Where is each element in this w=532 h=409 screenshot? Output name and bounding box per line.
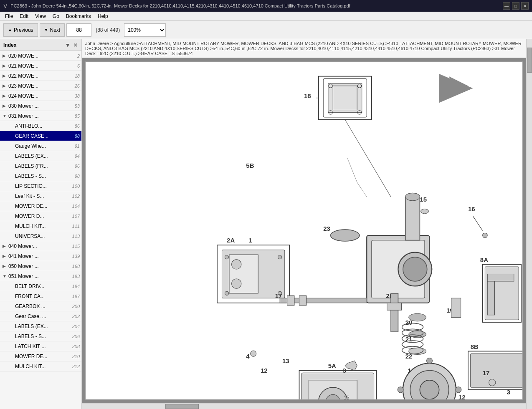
svg-point-45	[278, 255, 282, 259]
maximize-button[interactable]: □	[512, 2, 519, 10]
menu-bookmarks[interactable]: Bookmarks	[63, 13, 94, 20]
page-number-input[interactable]	[66, 23, 91, 37]
sidebar-item-label: 023 MOWE...	[8, 83, 73, 89]
sidebar-item-label: LABELS (EX...	[15, 323, 71, 329]
sidebar-item-031-labelsfr[interactable]: LABELS (FR...96	[0, 161, 81, 171]
sidebar-item-page: 18	[75, 73, 80, 78]
sidebar-close-icon[interactable]: ✕	[73, 42, 78, 48]
sidebar-item-label: MOWER D...	[15, 213, 71, 219]
svg-point-87	[398, 387, 403, 393]
sidebar-item-051-mulch[interactable]: MULCH KIT...212	[0, 361, 81, 371]
previous-arrow-icon: ▲	[8, 28, 12, 32]
sidebar-item-label: 022 MOWE...	[8, 73, 73, 79]
sidebar-item-051-mowerde[interactable]: MOWER DE...210	[0, 351, 81, 361]
horizontal-scrollbar[interactable]	[82, 403, 526, 409]
sidebar-item-page: 168	[72, 264, 80, 269]
sidebar-item-page: 86	[75, 124, 80, 129]
svg-point-92	[489, 379, 496, 386]
sidebar-item-040[interactable]: ▶040 Mower...115	[0, 241, 81, 251]
scroll-thumb[interactable]	[527, 48, 532, 73]
sidebar-item-page: 210	[72, 354, 80, 359]
sidebar-item-051[interactable]: ▼051 Mower ...193	[0, 271, 81, 281]
sidebar-item-label: LABELS (EX...	[15, 153, 73, 159]
sidebar-item-031-lip[interactable]: LIP SECTIO...100	[0, 181, 81, 191]
svg-text:15: 15	[420, 196, 427, 203]
sidebar-item-page: 26	[75, 83, 80, 88]
sidebar-item-031-gear[interactable]: GEAR CASE...88	[0, 131, 81, 141]
menu-view[interactable]: View	[32, 13, 49, 20]
menubar: File Edit View Go Bookmarks Help	[0, 12, 532, 21]
sidebar-item-031-mowerd[interactable]: MOWER D...107	[0, 211, 81, 221]
close-button[interactable]: ✕	[521, 2, 529, 10]
sidebar-item-041[interactable]: ▶041 Mower ...139	[0, 251, 81, 261]
app-icon: V	[3, 3, 7, 9]
sidebar-item-page: 98	[75, 174, 80, 179]
sidebar-title: Index	[3, 42, 16, 48]
sidebar-item-030[interactable]: ▶030 Mower ...53	[0, 101, 81, 111]
sidebar-item-031-labelsex[interactable]: LABELS (EX...94	[0, 151, 81, 161]
svg-point-15	[421, 209, 428, 214]
sidebar-item-page: 91	[75, 144, 80, 149]
sidebar-item-024[interactable]: ▶024 MOWE...38	[0, 91, 81, 101]
sidebar-item-031[interactable]: ▼031 Mower ...85	[0, 111, 81, 121]
minimize-button[interactable]: —	[503, 2, 510, 10]
next-label: Next	[50, 27, 61, 33]
sidebar-item-031-mulch[interactable]: MULCH KIT...111	[0, 221, 81, 231]
svg-rect-29	[391, 293, 398, 332]
sidebar-item-051-latch[interactable]: LATCH KIT ...208	[0, 341, 81, 351]
sidebar-menu-icon[interactable]: ▼	[65, 42, 71, 48]
page-view: 18 5B 15 23	[85, 61, 523, 400]
sidebar-item-031-universal[interactable]: UNIVERSA...113	[0, 231, 81, 241]
sidebar-item-051-front[interactable]: FRONT CA...197	[0, 291, 81, 301]
content-wrapper: John Deere > Agriculture >ATTACHMENT, MI…	[82, 39, 532, 409]
sidebar-header-icons: ▼ ✕	[65, 42, 78, 48]
vertical-scrollbar[interactable]	[526, 39, 532, 409]
expand-icon: ▶	[3, 244, 8, 248]
sidebar-item-051-labelsex[interactable]: LABELS (EX...204	[0, 321, 81, 331]
previous-label: Previous	[14, 27, 33, 33]
sidebar-item-label: MULCH KIT...	[15, 223, 71, 229]
sidebar-item-023[interactable]: ▶023 MOWE...26	[0, 81, 81, 91]
sidebar-item-page: 6	[77, 63, 80, 68]
svg-rect-68	[471, 353, 522, 387]
next-arrow-icon: ▼	[44, 28, 48, 32]
sidebar-item-031-leaf[interactable]: Leaf Kit - S...102	[0, 191, 81, 201]
sidebar-item-031-labelss[interactable]: LABELS - S...98	[0, 171, 81, 181]
menu-edit[interactable]: Edit	[16, 13, 32, 20]
sidebar-item-051-gearcase[interactable]: Gear Case, ...202	[0, 311, 81, 321]
expand-icon: ▶	[3, 53, 8, 58]
sidebar-item-051-gearbox[interactable]: GEARBOX ...200	[0, 301, 81, 311]
sidebar-item-label: 051 Mower ...	[8, 273, 71, 279]
svg-text:17: 17	[483, 369, 490, 376]
svg-point-46	[225, 291, 228, 295]
sidebar-item-020[interactable]: ▶020 MOWE...2	[0, 51, 81, 61]
svg-point-17	[331, 230, 360, 241]
sidebar-item-051-labelss[interactable]: LABELS - S...206	[0, 331, 81, 341]
sidebar-item-051-belt[interactable]: BELT DRIV...194	[0, 281, 81, 291]
svg-text:8A: 8A	[480, 256, 488, 263]
previous-button[interactable]: ▲ Previous	[3, 23, 38, 37]
sidebar-item-page: 194	[72, 284, 80, 289]
expand-icon: ▶	[3, 264, 8, 268]
svg-point-84	[420, 380, 439, 399]
sidebar-item-label: LATCH KIT ...	[15, 343, 71, 349]
menu-go[interactable]: Go	[49, 13, 63, 20]
menu-file[interactable]: File	[2, 13, 16, 20]
next-button[interactable]: ▼ Next	[40, 23, 65, 37]
sidebar-list[interactable]: ▶020 MOWE...2▶021 MOWE...6▶022 MOWE...18…	[0, 51, 81, 409]
sidebar-item-label: UNIVERSA...	[15, 233, 71, 239]
zoom-select[interactable]: 100% 50% 75% 125% 150% 200%	[124, 23, 166, 37]
expand-icon: ▶	[3, 254, 8, 258]
sidebar-item-page: 197	[72, 294, 80, 299]
svg-point-27	[405, 193, 420, 200]
svg-point-21	[483, 233, 488, 238]
menu-help[interactable]: Help	[94, 13, 111, 20]
sidebar-item-021[interactable]: ▶021 MOWE...6	[0, 61, 81, 71]
sidebar-item-031-mowerde[interactable]: MOWER DE...104	[0, 201, 81, 211]
sidebar-item-label: GEAR CASE...	[15, 133, 73, 139]
sidebar-item-031-gauge[interactable]: Gauge Whe...91	[0, 141, 81, 151]
sidebar-item-page: 96	[75, 164, 80, 169]
sidebar-item-031-anti[interactable]: ANTI-BLO...86	[0, 121, 81, 131]
sidebar-item-050[interactable]: ▶050 Mower ...168	[0, 261, 81, 271]
sidebar-item-022[interactable]: ▶022 MOWE...18	[0, 71, 81, 81]
